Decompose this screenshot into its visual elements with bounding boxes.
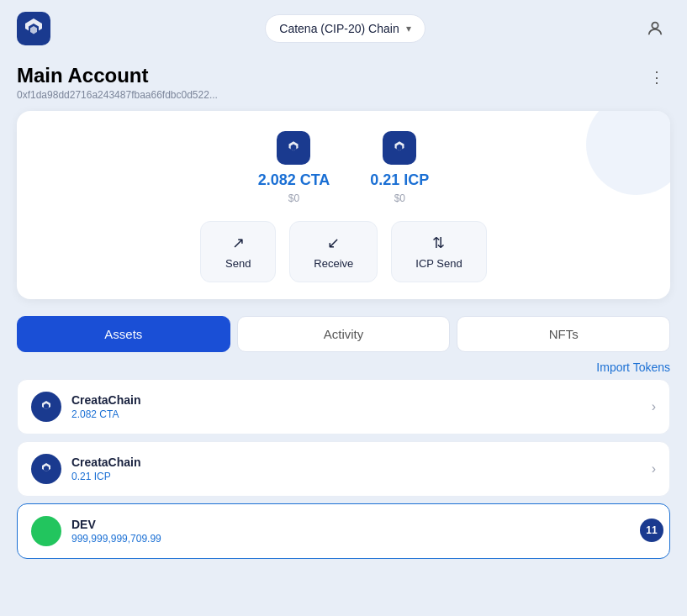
send-icon: ↗ (232, 234, 245, 252)
receive-icon: ↙ (327, 234, 340, 252)
chevron-right-icon-cta: › (652, 399, 656, 414)
asset-item-dev[interactable]: DEV 999,999,999,709.99 › (17, 503, 670, 559)
icp-icon (383, 131, 416, 165)
asset-balance-icp: 0.21 ICP (71, 471, 140, 482)
asset-left-cta: CreataChain 2.082 CTA (31, 392, 140, 422)
asset-details-icp: CreataChain 0.21 ICP (71, 455, 140, 482)
app-logo (17, 12, 50, 45)
header: Catena (CIP-20) Chain ▾ (0, 0, 687, 57)
actions-row: ↗ Send ↙ Receive ⇅ ICP Send (34, 221, 653, 282)
tab-activity[interactable]: Activity (237, 316, 451, 352)
asset-balance-cta: 2.082 CTA (71, 408, 140, 420)
balances-row: 2.082 CTA $0 0.21 ICP $0 (34, 131, 653, 204)
asset-name-icp: CreataChain (71, 455, 140, 469)
asset-name-cta: CreataChain (71, 393, 140, 407)
cta-usd: $0 (288, 192, 299, 204)
account-address: 0xf1da98dd2716a243487fbaa66fdbc0d522... (17, 89, 218, 101)
asset-item-cta[interactable]: CreataChain 2.082 CTA › (17, 379, 670, 434)
notification-badge[interactable]: 11 (640, 519, 663, 542)
icp-amount: 0.21 ICP (370, 171, 429, 189)
receive-label: Receive (314, 257, 353, 270)
asset-icon-dev (31, 516, 61, 546)
tab-assets[interactable]: Assets (17, 316, 230, 352)
asset-details-cta: CreataChain 2.082 CTA (71, 393, 140, 420)
more-options-button[interactable]: ⋮ (643, 64, 670, 91)
cta-balance-item: 2.082 CTA $0 (258, 131, 330, 204)
cta-amount: 2.082 CTA (258, 171, 330, 189)
icp-send-label: ICP Send (415, 257, 462, 270)
account-info: Main Account 0xf1da98dd2716a243487fbaa66… (17, 64, 218, 101)
asset-left-dev: DEV 999,999,999,709.99 (31, 516, 161, 546)
chevron-right-icon-icp: › (652, 461, 656, 476)
tab-nfts[interactable]: NFTs (457, 316, 670, 352)
svg-point-1 (652, 23, 658, 29)
asset-left-icp: CreataChain 0.21 ICP (31, 454, 140, 484)
receive-button[interactable]: ↙ Receive (289, 221, 378, 282)
asset-icon-cta (31, 392, 61, 422)
import-tokens-link[interactable]: Import Tokens (596, 361, 670, 374)
icp-usd: $0 (394, 192, 405, 204)
chevron-down-icon: ▾ (406, 23, 411, 34)
icp-balance-item: 0.21 ICP $0 (370, 131, 429, 204)
account-name: Main Account (17, 64, 218, 87)
send-button[interactable]: ↗ Send (200, 221, 276, 282)
icp-send-icon: ⇅ (432, 234, 445, 252)
import-tokens-row: Import Tokens (0, 352, 687, 379)
asset-icon-icp (31, 454, 61, 484)
cta-icon (277, 131, 310, 165)
asset-balance-dev: 999,999,999,709.99 (71, 533, 161, 545)
chain-selector-button[interactable]: Catena (CIP-20) Chain ▾ (265, 14, 425, 43)
app-container: Catena (CIP-20) Chain ▾ Main Account 0xf… (0, 0, 687, 616)
asset-details-dev: DEV 999,999,999,709.99 (71, 518, 161, 545)
send-label: Send (225, 257, 251, 270)
assets-list: CreataChain 2.082 CTA › CreataChain 0.21… (0, 379, 687, 559)
balance-card: 2.082 CTA $0 0.21 ICP $0 ↗ Send (17, 111, 670, 299)
tabs-container: Assets Activity NFTs (17, 316, 670, 352)
profile-button[interactable] (640, 13, 670, 44)
asset-item-icp[interactable]: CreataChain 0.21 ICP › (17, 441, 670, 497)
asset-name-dev: DEV (71, 518, 161, 531)
chain-selector-label: Catena (CIP-20) Chain (279, 22, 399, 35)
icp-send-button[interactable]: ⇅ ICP Send (391, 221, 486, 282)
account-section: Main Account 0xf1da98dd2716a243487fbaa66… (0, 57, 687, 111)
